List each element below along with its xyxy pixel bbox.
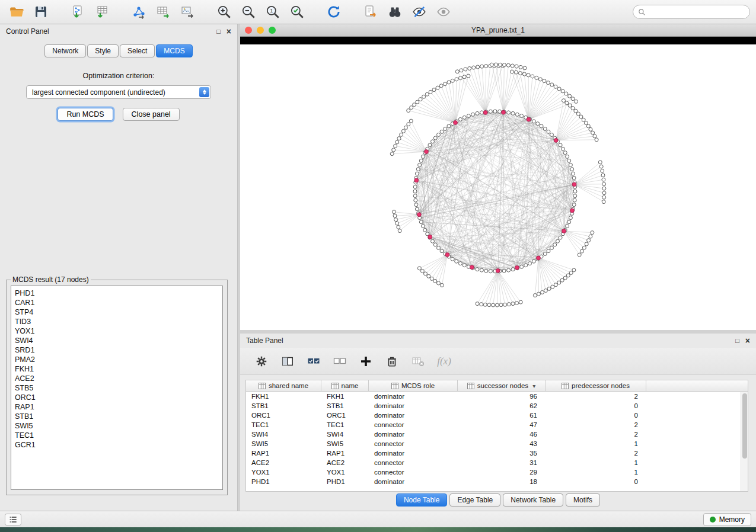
graph-node[interactable]: [455, 78, 458, 81]
graph-node[interactable]: [427, 274, 430, 278]
table-close-panel-icon[interactable]: ×: [745, 336, 750, 345]
graph-node[interactable]: [511, 268, 515, 271]
graph-node[interactable]: [413, 185, 417, 188]
table-row[interactable]: YOX1YOX1connector291: [246, 467, 748, 477]
graph-node[interactable]: [580, 249, 583, 253]
graph-node[interactable]: [582, 246, 586, 249]
graph-node[interactable]: [578, 253, 581, 257]
graph-node[interactable]: [571, 107, 575, 110]
function-builder-button[interactable]: f(x): [436, 353, 452, 370]
mcds-result-item[interactable]: STB5: [15, 383, 219, 393]
float-panel-icon[interactable]: □: [216, 28, 221, 35]
mcds-result-item[interactable]: SWI5: [15, 421, 219, 431]
zoom-selected-button[interactable]: [286, 2, 308, 21]
graph-node[interactable]: [564, 92, 568, 95]
import-table-button[interactable]: [91, 2, 113, 21]
refresh-view-button[interactable]: [323, 2, 344, 21]
graph-node[interactable]: [510, 70, 513, 73]
graph-node[interactable]: [601, 169, 604, 172]
graph-dominator-node[interactable]: [562, 229, 566, 233]
open-session-button[interactable]: [6, 2, 27, 21]
graph-node[interactable]: [538, 78, 542, 81]
graph-node[interactable]: [522, 72, 526, 76]
table-row[interactable]: SWI4SWI4dominator462: [246, 430, 748, 439]
mcds-result-item[interactable]: YOX1: [15, 326, 219, 336]
graph-node[interactable]: [576, 112, 580, 116]
graph-node[interactable]: [417, 267, 421, 270]
tab-mcds[interactable]: MCDS: [156, 44, 192, 57]
graph-node[interactable]: [584, 121, 588, 125]
graph-node[interactable]: [439, 84, 443, 88]
graph-node[interactable]: [480, 65, 484, 68]
graph-dominator-node[interactable]: [527, 117, 531, 121]
graph-node[interactable]: [523, 66, 527, 70]
mcds-result-item[interactable]: STB1: [15, 412, 219, 421]
graph-node[interactable]: [520, 265, 524, 268]
graph-node[interactable]: [602, 178, 605, 181]
column-header-predecessor-nodes[interactable]: predecessor nodes: [546, 380, 646, 391]
graph-node[interactable]: [416, 168, 420, 171]
graph-node[interactable]: [487, 303, 491, 307]
graph-node[interactable]: [502, 63, 506, 67]
graph-node[interactable]: [561, 89, 564, 93]
graph-node[interactable]: [554, 283, 557, 287]
graph-node[interactable]: [553, 243, 557, 246]
graph-node[interactable]: [437, 281, 441, 285]
mcds-result-item[interactable]: PHD1: [15, 289, 219, 298]
graph-node[interactable]: [602, 196, 606, 199]
show-columns-button[interactable]: [279, 353, 296, 370]
table-tab-network-table[interactable]: Network Table: [503, 493, 563, 507]
graph-node[interactable]: [400, 133, 403, 136]
graph-dominator-node[interactable]: [537, 256, 541, 260]
graph-node[interactable]: [480, 303, 483, 306]
graph-node[interactable]: [495, 303, 499, 307]
graph-node[interactable]: [476, 111, 479, 115]
graph-node[interactable]: [557, 87, 561, 91]
graph-node[interactable]: [527, 73, 530, 77]
graph-node[interactable]: [414, 198, 417, 202]
graph-node[interactable]: [393, 210, 396, 214]
graph-node[interactable]: [419, 220, 423, 224]
graph-node[interactable]: [494, 63, 497, 66]
graph-node[interactable]: [565, 101, 569, 105]
graph-node[interactable]: [432, 88, 436, 92]
graph-node[interactable]: [547, 287, 551, 290]
search-input[interactable]: [649, 8, 745, 16]
graph-node[interactable]: [433, 279, 437, 283]
table-row[interactable]: ORC1ORC1dominator610: [246, 411, 748, 420]
graph-node[interactable]: [444, 127, 447, 131]
graph-node[interactable]: [562, 99, 566, 102]
network-graph[interactable]: [240, 44, 756, 330]
graph-node[interactable]: [467, 114, 470, 118]
graph-node[interactable]: [395, 222, 399, 225]
table-row[interactable]: ACE2ACE2connector311: [246, 458, 748, 467]
graph-node[interactable]: [533, 294, 537, 297]
graph-node[interactable]: [437, 133, 441, 137]
graph-node[interactable]: [507, 111, 511, 114]
export-image-button[interactable]: [177, 2, 198, 21]
graph-node[interactable]: [593, 134, 596, 138]
graph-node[interactable]: [430, 277, 433, 280]
graph-node[interactable]: [502, 269, 506, 273]
graph-node[interactable]: [462, 116, 466, 119]
graph-node[interactable]: [567, 159, 571, 162]
table-row[interactable]: SWI5SWI5connector431: [246, 439, 748, 448]
graph-node[interactable]: [598, 161, 602, 164]
graph-node[interactable]: [559, 143, 562, 147]
table-row[interactable]: TEC1TEC1connector472: [246, 420, 748, 430]
graph-node[interactable]: [550, 83, 554, 86]
mcds-result-item[interactable]: RAP1: [15, 402, 219, 412]
graph-node[interactable]: [462, 264, 466, 267]
graph-node[interactable]: [415, 172, 419, 175]
save-session-button[interactable]: [30, 2, 52, 21]
graph-node[interactable]: [447, 81, 451, 84]
graph-node[interactable]: [401, 129, 405, 133]
graph-dominator-node[interactable]: [515, 265, 519, 270]
graph-node[interactable]: [547, 130, 550, 133]
window-zoom-button[interactable]: [269, 27, 276, 34]
table-row[interactable]: FKH1FKH1dominator962: [246, 392, 748, 401]
graph-node[interactable]: [436, 86, 439, 89]
create-column-button[interactable]: [358, 353, 374, 370]
graph-node[interactable]: [543, 79, 546, 83]
graph-node[interactable]: [394, 144, 397, 148]
